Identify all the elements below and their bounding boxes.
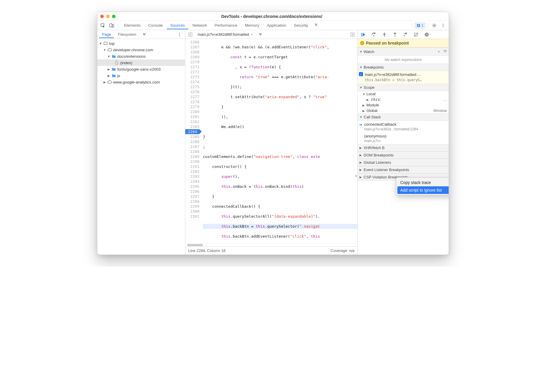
cloud-icon xyxy=(107,47,112,52)
step-icon[interactable] xyxy=(402,31,409,38)
frame-loc: main.js?v=e382d…formatted:2284 xyxy=(364,127,447,132)
tab-memory[interactable]: Memory xyxy=(241,21,263,29)
tab-application[interactable]: Application xyxy=(263,21,290,29)
tab-console[interactable]: Console xyxy=(145,21,166,29)
step-over-icon[interactable] xyxy=(370,31,378,38)
code-content[interactable]: e && !we.has(e) && (e.addEventListener("… xyxy=(202,39,357,243)
svg-point-21 xyxy=(404,35,405,36)
tree-folder-fonts[interactable]: ▶ fonts/google-sans-v2003 xyxy=(97,66,185,72)
breakpoint-item[interactable]: main.js?v=e382d86f:formatted:… this.back… xyxy=(358,71,449,84)
horizontal-scrollbar[interactable] xyxy=(185,243,357,246)
editor-statusbar: Line 2284, Column 16 Coverage: n/a xyxy=(185,246,357,255)
window-titlebar: DevTools - developer.chrome.com/docs/ext… xyxy=(97,12,449,21)
breakpoint-title: main.js?v=e382d86f:formatted:… xyxy=(365,72,447,77)
svg-point-8 xyxy=(443,24,444,25)
tree-domain-chrome[interactable]: ▼ developer.chrome.com xyxy=(97,47,185,53)
devtools-window: DevTools - developer.chrome.com/docs/ext… xyxy=(97,12,449,255)
event-listener-breakpoints-header[interactable]: ▶Event Listener Breakpoints xyxy=(358,166,449,173)
settings-gear-icon[interactable] xyxy=(430,22,438,29)
folder-icon xyxy=(111,73,116,78)
svg-rect-4 xyxy=(418,25,419,25)
refresh-watch-icon[interactable]: ⟳ xyxy=(444,49,447,54)
coverage-status: Coverage: n/a xyxy=(330,248,355,253)
resume-icon[interactable] xyxy=(360,31,367,38)
nav-forward-icon[interactable] xyxy=(349,31,356,38)
watch-header[interactable]: ▼Watch ＋ ⟳ xyxy=(358,47,449,56)
issues-badge[interactable]: 1 xyxy=(415,23,425,28)
tab-elements[interactable]: Elements xyxy=(121,21,144,29)
tab-performance[interactable]: Performance xyxy=(211,21,241,29)
tree-label: (index) xyxy=(120,61,132,65)
line-gutter[interactable]: 2266226722682269227022712272227322742275… xyxy=(185,39,202,243)
file-tree[interactable]: ▼ top ▼ developer.chrome.com ▼ docs/exte… xyxy=(97,39,185,255)
scope-header[interactable]: ▼Scope xyxy=(358,84,449,91)
tree-label: docs/extensions xyxy=(117,54,146,59)
step-into-icon[interactable] xyxy=(381,31,388,38)
tab-security[interactable]: Security xyxy=(290,21,312,29)
dom-breakpoints-header[interactable]: ▶DOM Breakpoints xyxy=(358,151,449,159)
scope-local[interactable]: ▼ Local xyxy=(358,91,449,97)
deactivate-breakpoints-icon[interactable] xyxy=(412,31,420,38)
editor-tab-main[interactable]: main.js?v=e382d86f:formatted × xyxy=(195,30,255,39)
scope-module[interactable]: ▶ Module xyxy=(358,102,449,108)
tab-sources[interactable]: Sources xyxy=(167,21,189,29)
svg-point-20 xyxy=(394,35,395,36)
add-watch-icon[interactable]: ＋ xyxy=(437,49,441,54)
breakpoint-checkbox[interactable] xyxy=(359,72,363,76)
pause-exceptions-icon[interactable] xyxy=(423,31,430,38)
more-tabs-icon[interactable] xyxy=(312,21,320,29)
callstack-frame-1[interactable]: (anonymous) main.js?v= xyxy=(358,132,449,144)
tree-file-index[interactable]: (index) xyxy=(97,59,185,66)
svg-rect-16 xyxy=(351,33,354,36)
tree-label-top: top xyxy=(109,41,115,46)
folder-icon xyxy=(111,67,116,71)
frame-icon xyxy=(103,41,108,46)
main-toolbar: Elements Console Sources Network Perform… xyxy=(97,21,449,30)
vertical-scrollbar-thumb[interactable] xyxy=(355,175,357,177)
more-sidebar-tabs-icon[interactable] xyxy=(140,31,148,38)
ctx-add-to-ignore-list[interactable]: Add script to ignore list xyxy=(397,186,449,194)
sidebar-tab-page[interactable]: Page xyxy=(99,31,114,38)
device-toolbar-icon[interactable] xyxy=(108,22,116,29)
callstack-frame-0[interactable]: ➔ connectedCallback main.js?v=e382d…form… xyxy=(358,121,449,132)
sidebar-tab-filesystem[interactable]: Filesystem xyxy=(115,31,139,38)
svg-rect-23 xyxy=(426,33,426,35)
kebab-menu-icon[interactable] xyxy=(439,22,447,29)
svg-rect-17 xyxy=(362,33,362,36)
svg-rect-14 xyxy=(104,42,107,45)
window-title: DevTools - developer.chrome.com/docs/ext… xyxy=(116,14,428,19)
scope-global[interactable]: ▶ GlobalWindow xyxy=(358,108,449,113)
more-editor-tabs-icon[interactable] xyxy=(257,31,264,38)
breakpoints-header[interactable]: ▼Breakpoints xyxy=(358,64,449,71)
nav-back-icon[interactable] xyxy=(186,31,194,38)
scope-this[interactable]: ▶ this: … xyxy=(358,97,449,102)
global-listeners-header[interactable]: ▶Global Listeners xyxy=(358,159,449,166)
step-out-icon[interactable] xyxy=(391,31,399,38)
minimize-window-button[interactable] xyxy=(106,15,110,18)
maximize-window-button[interactable] xyxy=(112,15,116,18)
close-tab-icon[interactable]: × xyxy=(251,32,253,37)
svg-point-11 xyxy=(179,33,180,33)
close-window-button[interactable] xyxy=(100,15,104,18)
xhr-breakpoints-header[interactable]: ▶XHR/fetch B xyxy=(358,144,449,151)
issues-count: 1 xyxy=(421,23,423,28)
inspect-element-icon[interactable] xyxy=(99,22,107,29)
svg-point-18 xyxy=(373,35,374,36)
source-editor: main.js?v=e382d86f:formatted × 226622672… xyxy=(185,30,358,255)
tree-top[interactable]: ▼ top xyxy=(97,40,185,47)
tree-domain-analytics[interactable]: ▶ www.google-analytics.com xyxy=(97,79,185,85)
horizontal-scrollbar-thumb[interactable] xyxy=(187,244,203,246)
tree-folder-docs[interactable]: ▼ docs/extensions xyxy=(97,53,185,59)
svg-point-13 xyxy=(179,35,180,36)
tree-label: www.google-analytics.com xyxy=(113,80,160,84)
svg-point-10 xyxy=(443,26,444,27)
file-icon xyxy=(114,60,119,65)
code-area[interactable]: 2266226722682269227022712272227322742275… xyxy=(185,39,357,243)
svg-rect-24 xyxy=(427,33,428,35)
tree-folder-js[interactable]: ▶ js xyxy=(97,72,185,79)
ctx-copy-stack-trace[interactable]: Copy stack trace xyxy=(397,179,449,186)
callstack-header[interactable]: ▼Call Stack xyxy=(358,113,449,121)
tab-network[interactable]: Network xyxy=(189,21,211,29)
sidebar-kebab-icon[interactable] xyxy=(176,31,183,38)
cursor-position: Line 2284, Column 16 xyxy=(188,248,225,253)
